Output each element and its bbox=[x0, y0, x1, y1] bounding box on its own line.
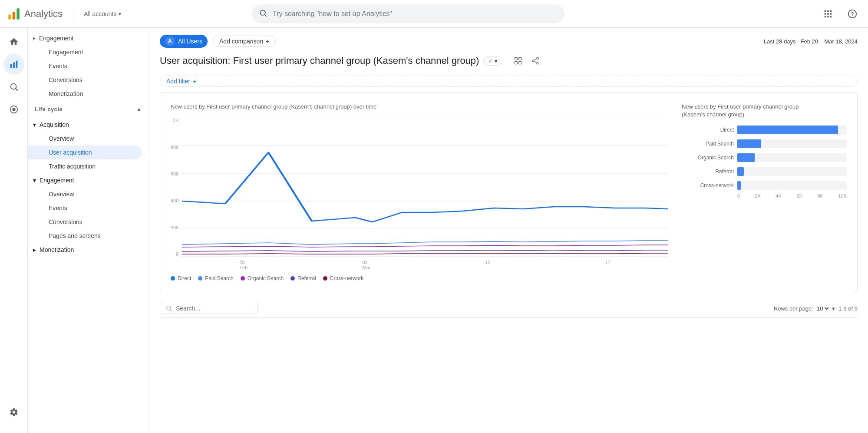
legend-label-referral: Referral bbox=[297, 275, 316, 281]
add-comparison-button[interactable]: Add comparison + bbox=[213, 36, 276, 47]
rows-per-page-label: Rows per page: bbox=[774, 305, 813, 312]
bar-chart-area: New users by First user primary channel … bbox=[682, 103, 847, 281]
nav-item-events-eng[interactable]: Events bbox=[28, 201, 142, 215]
table-section: Rows per page: 10 25 50 ▾ 1-9 of 9 bbox=[160, 299, 858, 318]
add-filter-label: Add filter bbox=[166, 78, 190, 85]
svg-text:?: ? bbox=[851, 11, 854, 17]
account-chevron: ▾ bbox=[119, 11, 121, 17]
svg-rect-8 bbox=[825, 13, 826, 15]
app-logo[interactable]: Analytics bbox=[7, 7, 63, 21]
nav-section-acquisition[interactable]: ▾ Acquisition bbox=[28, 118, 149, 132]
nav-section-engagement-top[interactable]: ▸ Engagement bbox=[28, 31, 149, 45]
svg-point-27 bbox=[537, 57, 538, 59]
svg-line-20 bbox=[16, 89, 17, 90]
share-button[interactable] bbox=[528, 53, 543, 69]
nav-item-overview-eng[interactable]: Overview bbox=[28, 187, 142, 201]
legend-dot-organic-search bbox=[241, 276, 245, 281]
nav-item-traffic-acquisition[interactable]: Traffic acquisition bbox=[28, 159, 142, 173]
svg-rect-11 bbox=[825, 16, 826, 17]
account-selector[interactable]: All accounts ▾ bbox=[84, 10, 121, 17]
table-toolbar: Rows per page: 10 25 50 ▾ 1-9 of 9 bbox=[160, 299, 858, 318]
table-search-input[interactable] bbox=[176, 305, 252, 312]
svg-rect-26 bbox=[519, 62, 521, 64]
bar-x-2k: 2K bbox=[755, 193, 761, 198]
bar-row-direct: Direct bbox=[682, 126, 847, 134]
expand-arrow-engagement: ▸ bbox=[33, 35, 36, 41]
svg-point-28 bbox=[532, 60, 534, 62]
rows-per-page-chevron: ▾ bbox=[832, 305, 835, 312]
add-comparison-label: Add comparison bbox=[219, 38, 263, 45]
search-bar[interactable] bbox=[252, 4, 564, 23]
bar-x-6k: 6K bbox=[797, 193, 802, 198]
bar-fill-cross-network bbox=[737, 181, 741, 190]
table-search[interactable] bbox=[160, 303, 257, 314]
nav-item-user-acquisition[interactable]: User acquisition bbox=[28, 145, 142, 159]
svg-rect-5 bbox=[825, 10, 826, 12]
svg-point-22 bbox=[12, 108, 15, 111]
bar-chart-title: New users by First user primary channel … bbox=[682, 103, 847, 119]
bar-track-paid-search bbox=[737, 139, 847, 148]
legend-paid-search: Paid Search bbox=[198, 275, 233, 281]
bar-row-organic-search: Organic Search bbox=[682, 153, 847, 162]
bar-row-referral: Referral bbox=[682, 167, 847, 176]
legend-referral: Referral bbox=[290, 275, 316, 281]
add-filter-button[interactable]: Add filter + bbox=[160, 76, 858, 87]
legend-dot-paid-search bbox=[198, 276, 202, 281]
chart-container: New users by First user primary channel … bbox=[160, 92, 858, 292]
sidebar-item-home[interactable] bbox=[3, 31, 24, 52]
svg-rect-6 bbox=[827, 10, 829, 12]
nav-item-pages-screens[interactable]: Pages and screens bbox=[28, 229, 142, 243]
add-filter-icon: + bbox=[193, 78, 196, 85]
nav-item-monetization-top[interactable]: Monetization bbox=[28, 87, 142, 101]
legend-label-cross-network: Cross-network bbox=[330, 275, 363, 281]
date-range: Last 28 days Feb 20 – Mar 18, 2024 bbox=[764, 38, 858, 45]
user-segment-pill[interactable]: A All Users bbox=[160, 35, 208, 48]
legend-dot-direct bbox=[171, 276, 175, 281]
bar-fill-paid-search bbox=[737, 139, 761, 148]
help-button[interactable]: ? bbox=[844, 5, 861, 23]
bar-label-paid-search: Paid Search bbox=[682, 141, 734, 147]
nav-item-overview-acq[interactable]: Overview bbox=[28, 132, 142, 145]
main-content: A All Users Add comparison + Last 28 day… bbox=[149, 28, 868, 433]
rows-per-page-select[interactable]: 10 25 50 bbox=[815, 305, 830, 312]
x-label-3: 10 bbox=[485, 260, 490, 270]
apps-button[interactable] bbox=[819, 5, 837, 23]
sidebar-item-reports[interactable] bbox=[3, 54, 24, 75]
bar-x-8k: 8K bbox=[817, 193, 823, 198]
line-chart-area: New users by First user primary channel … bbox=[171, 103, 668, 281]
y-axis: 1K 800 600 400 200 0 bbox=[171, 118, 182, 257]
search-input[interactable] bbox=[273, 10, 558, 18]
topbar-divider bbox=[73, 7, 73, 21]
bar-track-organic-search bbox=[737, 153, 847, 162]
svg-point-29 bbox=[537, 63, 538, 64]
sidebar-item-explore[interactable] bbox=[3, 76, 24, 97]
sidebar-item-advertising[interactable] bbox=[3, 99, 24, 120]
bar-track-direct bbox=[737, 126, 847, 134]
nav-section-monetization[interactable]: ▸ Monetization bbox=[28, 243, 149, 257]
title-badge[interactable]: ✓ ▾ bbox=[483, 56, 502, 66]
rows-per-page: Rows per page: 10 25 50 ▾ bbox=[774, 305, 835, 312]
bar-fill-referral bbox=[737, 167, 744, 176]
legend-dot-cross-network bbox=[323, 276, 327, 281]
line-chart-svg bbox=[182, 118, 668, 257]
nav-item-conversions-top[interactable]: Conversions bbox=[28, 73, 142, 87]
nav-section-engagement[interactable]: ▾ Engagement bbox=[28, 173, 149, 187]
svg-rect-0 bbox=[8, 14, 11, 19]
x-label-1: 25Feb bbox=[239, 260, 248, 270]
page-title-section: User acquisition: First user primary cha… bbox=[149, 48, 868, 72]
account-label: All accounts bbox=[84, 10, 116, 17]
svg-rect-1 bbox=[13, 12, 15, 20]
bar-track-referral bbox=[737, 167, 847, 176]
svg-line-31 bbox=[534, 61, 537, 63]
bar-x-axis: 0 2K 4K 6K 8K 10K bbox=[682, 193, 847, 198]
sidebar-item-admin[interactable] bbox=[3, 402, 24, 423]
page-title-text: User acquisition: First user primary cha… bbox=[160, 55, 479, 66]
svg-rect-23 bbox=[515, 58, 518, 60]
edit-chart-button[interactable] bbox=[510, 53, 526, 69]
nav-item-conversions-eng[interactable]: Conversions bbox=[28, 215, 142, 229]
sidebar-icon-rail bbox=[0, 28, 28, 433]
nav-item-events-top[interactable]: Events bbox=[28, 59, 142, 73]
nav-item-engagement[interactable]: Engagement bbox=[28, 45, 142, 59]
legend-label-direct: Direct bbox=[178, 275, 191, 281]
legend-label-organic-search: Organic Search bbox=[248, 275, 284, 281]
